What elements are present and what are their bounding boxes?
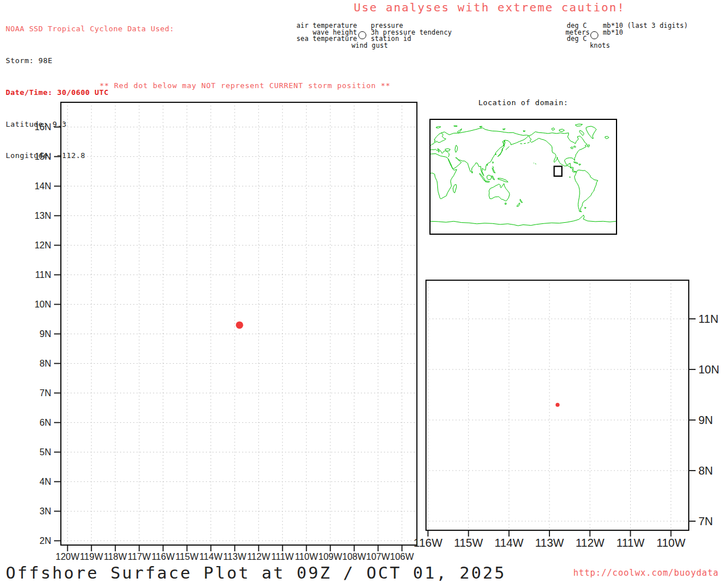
- units-wind-gust: knots: [590, 41, 610, 49]
- storm-position-dot: [236, 321, 243, 329]
- y-tick-label: 9N: [40, 329, 51, 339]
- y-tick-label: 11N: [698, 313, 718, 325]
- storm-position-dot: [556, 403, 560, 407]
- y-tick-label: 8N: [40, 359, 51, 368]
- page-title: Offshore Surface Plot at 09Z / OCT 01, 2…: [6, 563, 506, 582]
- y-tick-label: 4N: [40, 477, 51, 487]
- station-circle-icon: [358, 31, 366, 39]
- y-tick-label: 6N: [40, 418, 51, 427]
- x-tick-label: 111W: [271, 552, 294, 562]
- y-tick-label: 12N: [35, 240, 51, 250]
- x-tick-label: 109W: [318, 552, 343, 562]
- x-tick-label: 115W: [454, 537, 483, 549]
- tc-info-title: NOAA SSD Tropical Cyclone Data Used:: [6, 24, 174, 35]
- y-tick-label: 16N: [35, 122, 51, 132]
- x-tick-label: 108W: [342, 552, 367, 562]
- y-tick-label: 9N: [698, 414, 713, 426]
- offshore-surface-plot-page: { "header": { "tc_info": { "title": "NOA…: [0, 0, 728, 582]
- x-tick-label: 112W: [247, 552, 271, 562]
- x-tick-label: 117W: [127, 552, 151, 562]
- tc-info-storm: Storm: 98E: [6, 56, 174, 66]
- x-tick-label: 112W: [576, 537, 605, 549]
- y-tick-label: 7N: [40, 388, 51, 398]
- domain-rectangle: [554, 167, 562, 176]
- world-map-frame: [429, 119, 617, 235]
- x-tick-label: 114W: [495, 537, 524, 549]
- storm-position-note: ** Red dot below may NOT represent CURRE…: [100, 81, 391, 90]
- y-tick-label: 11N: [35, 270, 51, 280]
- x-tick-label: 113W: [535, 537, 564, 549]
- domain-map-title: Location of domain:: [429, 98, 617, 107]
- y-tick-label: 5N: [40, 447, 51, 457]
- zoom-domain-plot: 116W115W114W113W112W111W110W11N10N9N8N7N: [417, 274, 728, 569]
- legend-sea-temperature: sea temperature: [296, 35, 357, 43]
- y-tick-label: 10N: [698, 363, 719, 376]
- main-domain-plot: 120W119W118W117W116W115W114W113W112W111W…: [22, 97, 421, 566]
- units-circle-icon: [590, 31, 598, 39]
- coastlines: [431, 124, 616, 226]
- caution-warning: Use analyses with extreme caution!: [354, 1, 625, 14]
- y-tick-label: 10N: [35, 300, 51, 309]
- x-tick-label: 120W: [56, 552, 80, 562]
- world-map: [431, 120, 616, 234]
- y-tick-label: 8N: [698, 464, 713, 477]
- x-tick-label: 119W: [80, 552, 104, 562]
- x-tick-label: 110W: [295, 552, 318, 562]
- y-tick-label: 3N: [40, 506, 51, 516]
- y-tick-label: 2N: [40, 536, 51, 546]
- source-url[interactable]: http://coolwx.com/buoydata: [573, 568, 719, 578]
- x-tick-label: 106W: [390, 552, 415, 562]
- x-tick-label: 118W: [104, 552, 127, 562]
- y-tick-label: 15N: [35, 152, 51, 161]
- units-tendency: mb*10: [603, 28, 623, 36]
- y-tick-label: 13N: [35, 211, 51, 221]
- x-tick-label: 116W: [151, 552, 175, 562]
- x-tick-label: 107W: [366, 552, 391, 562]
- x-tick-label: 113W: [223, 552, 247, 562]
- units-sea-temp: deg C: [566, 35, 587, 43]
- x-tick-label: 115W: [175, 552, 199, 562]
- y-tick-label: 14N: [35, 181, 51, 191]
- x-tick-label: 114W: [199, 552, 223, 562]
- x-tick-label: 110W: [656, 537, 685, 549]
- y-tick-label: 7N: [698, 515, 713, 527]
- x-tick-label: 116W: [413, 537, 442, 549]
- x-tick-label: 111W: [617, 537, 644, 549]
- legend-wind-gust: wind gust: [351, 41, 388, 49]
